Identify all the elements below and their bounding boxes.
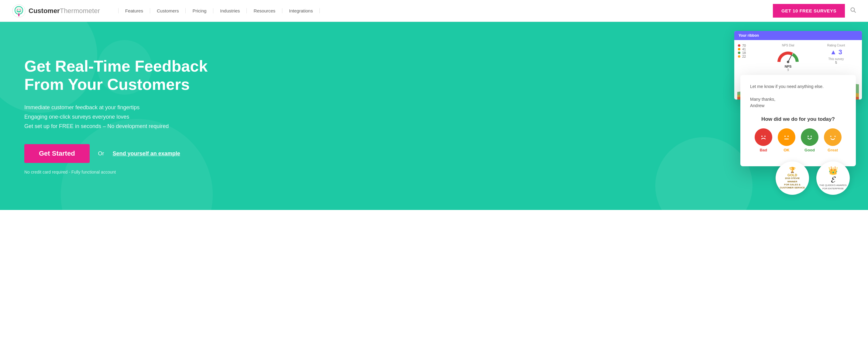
neutral-face-icon xyxy=(782,132,792,142)
emoji-label-great: Great xyxy=(828,148,838,152)
emoji-good[interactable]: Good xyxy=(801,128,818,152)
this-survey: This survey xyxy=(814,57,858,61)
email-line2: Many thanks, xyxy=(750,97,775,102)
nav-features[interactable]: Features xyxy=(118,8,150,13)
stat-dot-yellow xyxy=(738,55,740,58)
nav-pricing[interactable]: Pricing xyxy=(186,8,213,13)
nps-value: NPS xyxy=(766,65,810,68)
nps-label: NPS Dial xyxy=(766,44,810,47)
svg-rect-4 xyxy=(18,13,20,16)
happy-face-icon xyxy=(805,132,814,142)
logo[interactable]: CustomerThermometer xyxy=(12,4,100,17)
hero-bullets: Immediate customer feedback at your fing… xyxy=(24,104,231,130)
emoji-bad[interactable]: Bad xyxy=(755,128,772,152)
svg-point-1 xyxy=(15,6,23,14)
stat-dot-orange xyxy=(738,48,740,50)
queens-award-badge: 👑 𝓔 THE QUEEN'S AWARDS FOR ENTERPRISE xyxy=(816,162,850,195)
emoji-label-ok: OK xyxy=(783,148,789,152)
stat-value-green: 18 xyxy=(742,51,746,55)
search-button[interactable] xyxy=(850,7,856,14)
stat-dot-red xyxy=(738,44,740,47)
stat-row-yellow: 22 xyxy=(738,55,762,58)
emoji-circle-great[interactable]: ★ ★ xyxy=(824,128,842,146)
rating-number: ▲ 3 xyxy=(830,48,842,56)
survey-question: How did we do for you today? xyxy=(750,116,846,122)
nav-customers[interactable]: Customers xyxy=(150,8,186,13)
get-free-surveys-button[interactable]: GET 10 FREE SURVEYS xyxy=(773,4,845,17)
nav-links: Features Customers Pricing Industries Re… xyxy=(118,8,445,13)
svg-point-12 xyxy=(759,133,768,142)
stat-row-red: 70 xyxy=(738,44,762,47)
nav-resources[interactable]: Resources xyxy=(247,8,282,13)
logo-icon xyxy=(12,4,26,17)
stevie-details: 2019 STEVIEWINNERFOR SALES &CUSTOMER SER… xyxy=(780,177,805,190)
search-icon xyxy=(850,7,856,13)
gold-label: GOLD xyxy=(787,173,797,177)
stat-dot-green xyxy=(738,51,740,54)
queen-symbol: 𝓔 xyxy=(831,175,835,184)
stevie-badge: 🏆 GOLD 2019 STEVIEWINNERFOR SALES &CUSTO… xyxy=(776,162,809,195)
emoji-circle-bad[interactable] xyxy=(755,128,772,146)
emoji-label-good: Good xyxy=(804,148,815,152)
email-body: Let me know if you need anything else. M… xyxy=(750,83,846,109)
or-text: Or xyxy=(98,150,104,157)
emoji-label-bad: Bad xyxy=(760,148,767,152)
nav-industries[interactable]: Industries xyxy=(213,8,247,13)
emoji-circle-good[interactable] xyxy=(801,128,818,146)
svg-text:★: ★ xyxy=(834,135,836,138)
get-started-button[interactable]: Get Started xyxy=(24,144,90,163)
svg-line-6 xyxy=(854,11,856,12)
stat-value-yellow: 22 xyxy=(742,55,746,58)
emoji-ok[interactable]: OK xyxy=(778,128,795,152)
stat-row-orange: 41 xyxy=(738,47,762,51)
stats-column: 70 41 18 22 xyxy=(738,44,762,72)
stat-row-green: 18 xyxy=(738,51,762,55)
hero-section: Get Real-Time Feedback From Your Custome… xyxy=(0,22,868,210)
stat-value-red: 70 xyxy=(742,44,746,47)
navbar: CustomerThermometer Features Customers P… xyxy=(0,0,868,22)
svg-point-19 xyxy=(805,133,814,142)
emoji-circle-ok[interactable] xyxy=(778,128,795,146)
svg-point-13 xyxy=(761,136,763,137)
badges-area: 🏆 GOLD 2019 STEVIEWINNERFOR SALES &CUSTO… xyxy=(776,162,850,195)
logo-text-customer: Customer xyxy=(29,7,60,15)
svg-point-15 xyxy=(782,133,791,142)
no-credit-card-text: No credit card required - Fully function… xyxy=(24,170,231,174)
svg-point-21 xyxy=(811,136,812,137)
bullet-3: Get set up for FREE in seconds – No deve… xyxy=(24,123,231,130)
dashboard-body: 70 41 18 22 xyxy=(734,40,862,75)
star-face-icon: ★ ★ xyxy=(828,132,838,142)
crown-icon: 👑 xyxy=(828,166,838,175)
hero-title: Get Real-Time Feedback From Your Custome… xyxy=(24,57,231,94)
emoji-great[interactable]: ★ ★ Great xyxy=(824,128,842,152)
nps-gauge-svg xyxy=(776,48,800,63)
nav-integrations[interactable]: Integrations xyxy=(282,8,320,13)
logo-text-thermometer: Thermometer xyxy=(60,7,100,15)
svg-point-17 xyxy=(787,136,789,137)
svg-point-3 xyxy=(20,9,21,10)
stat-value-orange: 41 xyxy=(742,47,746,51)
svg-point-20 xyxy=(808,136,809,137)
hero-actions: Get Started Or Send yourself an example xyxy=(24,144,231,163)
email-line3: Andrew xyxy=(750,103,764,108)
svg-point-2 xyxy=(17,9,18,10)
svg-point-8 xyxy=(787,61,789,63)
sad-face-icon xyxy=(758,132,768,142)
survey-emojis: Bad OK xyxy=(750,128,846,152)
nps-sub: 9 xyxy=(766,68,810,72)
dashboard-header-label: Your ribbon xyxy=(739,33,759,38)
hero-content: Get Real-Time Feedback From Your Custome… xyxy=(24,57,231,175)
laurel-icon: 🏆 xyxy=(789,167,796,173)
svg-text:★: ★ xyxy=(830,135,832,138)
svg-point-16 xyxy=(784,136,786,137)
dashboard-header: Your ribbon xyxy=(734,31,862,40)
bullet-2: Engaging one-click surveys everyone love… xyxy=(24,114,231,120)
queens-award-text: THE QUEEN'S AWARDS FOR ENTERPRISE xyxy=(819,184,847,190)
rating-count-section: Rating Count ▲ 3 This survey 5 xyxy=(814,44,858,72)
svg-point-14 xyxy=(764,136,766,137)
bullet-1: Immediate customer feedback at your fing… xyxy=(24,104,231,111)
email-line1: Let me know if you need anything else. xyxy=(750,84,824,89)
rating-count-label: Rating Count xyxy=(814,44,858,47)
send-example-link[interactable]: Send yourself an example xyxy=(113,150,180,157)
email-card: Let me know if you need anything else. M… xyxy=(740,75,856,166)
